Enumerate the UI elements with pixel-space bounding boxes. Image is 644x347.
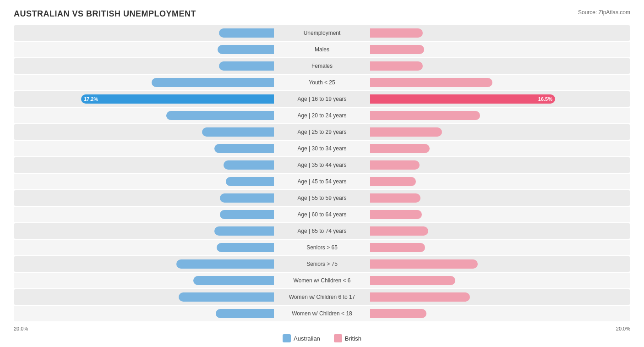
left-area: 9.6% — [14, 110, 274, 121]
row-center-label: Women w/ Children < 18 — [274, 310, 370, 317]
row-center-label: Age | 35 to 44 years — [274, 162, 370, 168]
chart-source: Source: ZipAtlas.com — [578, 9, 630, 16]
chart-header: AUSTRALIAN VS BRITISH UNEMPLOYMENT Sourc… — [14, 9, 630, 19]
chart-row: 6.4% Age | 25 to 29 years 6.4% — [14, 124, 630, 140]
legend-label-australian: Australian — [294, 335, 320, 342]
left-area: 4.8% — [14, 192, 274, 204]
legend-box-british — [334, 334, 342, 342]
row-inner: 4.9% Unemployment 4.7% — [14, 25, 630, 41]
right-area: 10.9% — [370, 77, 630, 88]
chart-row: 4.5% Age | 35 to 44 years 4.4% — [14, 157, 630, 173]
legend: Australian British — [14, 334, 630, 342]
chart-row: 5% Males 4.8% — [14, 42, 630, 57]
row-center-label: Women w/ Children 6 to 17 — [274, 294, 370, 300]
chart-row: 5.3% Age | 30 to 34 years 5.3% — [14, 141, 630, 156]
right-area: 5% — [370, 308, 630, 319]
row-center-label: Women w/ Children < 6 — [274, 277, 370, 284]
right-area: 6.4% — [370, 126, 630, 138]
row-inner: 6.4% Age | 25 to 29 years 6.4% — [14, 124, 630, 140]
chart-container: AUSTRALIAN VS BRITISH UNEMPLOYMENT Sourc… — [14, 9, 630, 342]
axis-left-label: 20.0% — [14, 326, 274, 331]
right-area: 4.1% — [370, 176, 630, 187]
chart-row: 5.1% Seniors > 65 4.9% — [14, 240, 630, 255]
left-area: 6.4% — [14, 126, 274, 138]
chart-row: 7.2% Women w/ Children < 6 7.6% — [14, 273, 630, 288]
right-area: 4.7% — [370, 60, 630, 72]
row-inner: 4.8% Age | 55 to 59 years 4.5% — [14, 190, 630, 206]
row-inner: 7.2% Women w/ Children < 6 7.6% — [14, 273, 630, 288]
chart-row: 8.5% Women w/ Children 6 to 17 8.9% — [14, 289, 630, 305]
left-area: 4.5% — [14, 159, 274, 171]
row-center-label: Seniors > 75 — [274, 261, 370, 267]
left-area: 7.2% — [14, 275, 274, 286]
aus-value-label: 17.2% — [84, 96, 98, 102]
right-area: 5.3% — [370, 143, 630, 154]
row-center-label: Age | 25 to 29 years — [274, 129, 370, 135]
row-center-label: Youth < 25 — [274, 79, 370, 86]
right-area: 7.6% — [370, 275, 630, 286]
legend-box-australian — [283, 334, 291, 342]
row-center-label: Seniors > 65 — [274, 244, 370, 251]
row-center-label: Age | 20 to 24 years — [274, 112, 370, 119]
row-inner: 4.5% Age | 35 to 44 years 4.4% — [14, 157, 630, 173]
left-area: 5.2% — [14, 308, 274, 319]
right-area: 5.2% — [370, 225, 630, 237]
legend-label-british: British — [345, 335, 361, 342]
row-inner: 4.9% Females 4.7% — [14, 58, 630, 74]
row-inner: 8.5% Women w/ Children 6 to 17 8.9% — [14, 289, 630, 305]
chart-row: 4.9% Unemployment 4.7% — [14, 25, 630, 41]
left-area: 5.3% — [14, 143, 274, 154]
chart-row: 8.7% Seniors > 75 9.6% — [14, 256, 630, 272]
left-area: 4.3% — [14, 176, 274, 187]
right-area: 4.6% — [370, 209, 630, 220]
right-area: 4.5% — [370, 192, 630, 204]
left-area: 17.2% — [14, 93, 274, 105]
chart-row: 4.8% Age | 60 to 64 years 4.6% — [14, 207, 630, 222]
row-center-label: Unemployment — [274, 30, 370, 36]
right-area: 4.8% — [370, 44, 630, 55]
chart-row: 4.3% Age | 45 to 54 years 4.1% — [14, 174, 630, 189]
left-area: 8.7% — [14, 258, 274, 270]
chart-body: 4.9% Unemployment 4.7% 5% Males — [14, 25, 630, 321]
left-area: 4.8% — [14, 209, 274, 220]
chart-row: 4.8% Age | 55 to 59 years 4.5% — [14, 190, 630, 206]
chart-row: 4.9% Females 4.7% — [14, 58, 630, 74]
right-area: 9.6% — [370, 258, 630, 270]
axis-right-label: 20.0% — [370, 326, 630, 331]
right-area: 9.8% — [370, 110, 630, 121]
row-inner: 9.6% Age | 20 to 24 years 9.8% — [14, 108, 630, 123]
right-area: 16.5% — [370, 93, 630, 105]
left-area: 5.3% — [14, 225, 274, 237]
chart-row: 5.2% Women w/ Children < 18 5% — [14, 306, 630, 321]
chart-row: 10.9% Youth < 25 10.9% — [14, 75, 630, 90]
row-inner: 5.3% Age | 30 to 34 years 5.3% — [14, 141, 630, 156]
right-area: 4.7% — [370, 27, 630, 39]
row-center-label: Age | 55 to 59 years — [274, 195, 370, 201]
chart-title: AUSTRALIAN VS BRITISH UNEMPLOYMENT — [14, 9, 196, 19]
row-inner: 10.9% Youth < 25 10.9% — [14, 75, 630, 90]
left-area: 4.9% — [14, 27, 274, 39]
left-area: 8.5% — [14, 291, 274, 303]
chart-row: 9.6% Age | 20 to 24 years 9.8% — [14, 108, 630, 123]
row-center-label: Age | 60 to 64 years — [274, 211, 370, 218]
left-area: 4.9% — [14, 60, 274, 72]
row-center-label: Age | 30 to 34 years — [274, 145, 370, 152]
row-inner: 4.8% Age | 60 to 64 years 4.6% — [14, 207, 630, 222]
row-inner: 17.2% Age | 16 to 19 years 16.5% — [14, 91, 630, 107]
axis-row: 20.0% 20.0% — [14, 326, 630, 331]
right-area: 4.9% — [370, 242, 630, 253]
row-center-label: Age | 16 to 19 years — [274, 96, 370, 102]
right-area: 4.4% — [370, 159, 630, 171]
chart-row: 5.3% Age | 65 to 74 years 5.2% — [14, 223, 630, 239]
legend-item-australian: Australian — [283, 334, 320, 342]
right-area: 8.9% — [370, 291, 630, 303]
left-area: 5% — [14, 44, 274, 55]
row-inner: 5% Males 4.8% — [14, 42, 630, 57]
row-inner: 8.7% Seniors > 75 9.6% — [14, 256, 630, 272]
row-inner: 5.2% Women w/ Children < 18 5% — [14, 306, 630, 321]
row-inner: 4.3% Age | 45 to 54 years 4.1% — [14, 174, 630, 189]
row-center-label: Age | 65 to 74 years — [274, 228, 370, 234]
chart-row: 17.2% Age | 16 to 19 years 16.5% — [14, 91, 630, 107]
legend-item-british: British — [334, 334, 361, 342]
brit-value-label: 16.5% — [538, 96, 552, 102]
